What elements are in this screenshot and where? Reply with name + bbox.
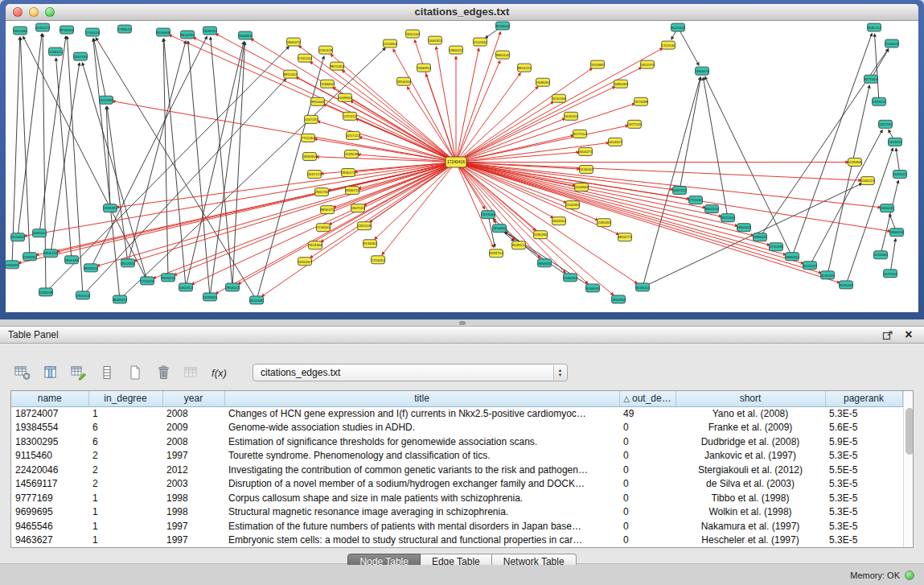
- red-edge[interactable]: [174, 162, 456, 274]
- network-node[interactable]: 9910444: [311, 97, 325, 105]
- cell-out_de[interactable]: 0: [619, 463, 676, 477]
- cell-pagerank[interactable]: 5.9E-5: [825, 435, 902, 449]
- network-node[interactable]: 2612055: [121, 259, 135, 267]
- cell-short[interactable]: Jankovic et al. (1997): [676, 449, 825, 463]
- network-node[interactable]: 8933024: [84, 264, 98, 272]
- cell-out_de[interactable]: 49: [619, 406, 676, 421]
- network-node[interactable]: 1966955: [417, 64, 431, 72]
- network-node[interactable]: 7234561: [317, 224, 331, 232]
- black-edge[interactable]: [680, 77, 701, 191]
- network-node[interactable]: 1960831: [6, 261, 19, 269]
- network-node[interactable]: 1854032: [397, 77, 411, 85]
- red-edge[interactable]: [18, 162, 456, 263]
- network-node[interactable]: 1920118: [358, 222, 372, 230]
- network-node[interactable]: 1186511: [49, 47, 63, 56]
- function-builder-icon[interactable]: f(x): [208, 363, 230, 382]
- network-node[interactable]: 1830902: [303, 152, 317, 160]
- black-edge[interactable]: [164, 39, 186, 287]
- cell-pagerank[interactable]: 5.3E-5: [825, 491, 902, 505]
- network-node[interactable]: 5905133: [44, 249, 58, 257]
- cell-name[interactable]: 18724007: [11, 406, 88, 421]
- network-node[interactable]: 1807533: [351, 204, 365, 212]
- float-panel-icon[interactable]: [881, 328, 895, 341]
- network-node[interactable]: 3220166: [552, 94, 566, 102]
- network-node[interactable]: 1860072: [287, 38, 301, 46]
- black-edge[interactable]: [106, 106, 110, 208]
- cell-out_de[interactable]: 0: [619, 534, 676, 548]
- network-node[interactable]: 1614627: [609, 138, 622, 146]
- cell-title[interactable]: Tourette syndrome. Phenomenology and cla…: [224, 449, 619, 463]
- table-vertical-scrollbar[interactable]: [903, 391, 914, 547]
- network-node[interactable]: 2204963: [575, 183, 589, 192]
- network-node[interactable]: 9549122: [512, 241, 526, 249]
- cell-short[interactable]: Dudbridge et al. (2008): [676, 435, 825, 449]
- network-node[interactable]: 9245012: [636, 283, 650, 291]
- network-node[interactable]: 2112540: [662, 41, 676, 49]
- minimize-button[interactable]: [29, 7, 39, 17]
- table-row[interactable]: 1830029562008Estimation of significance …: [11, 435, 902, 449]
- cell-pagerank[interactable]: 5.6E-5: [825, 421, 902, 435]
- network-node[interactable]: 2260118: [319, 46, 333, 54]
- network-node[interactable]: 7619344: [309, 241, 322, 249]
- cell-in_degree[interactable]: 1: [88, 406, 162, 421]
- cell-in_degree[interactable]: 2: [88, 477, 162, 492]
- black-edge[interactable]: [678, 27, 699, 65]
- cell-year[interactable]: 2009: [162, 421, 224, 435]
- network-node[interactable]: 8730916: [60, 26, 74, 34]
- cell-short[interactable]: Hescheler et al. (1997): [676, 534, 825, 548]
- cell-in_degree[interactable]: 1: [88, 505, 162, 520]
- network-node[interactable]: 7954122: [226, 283, 240, 291]
- import-table-icon[interactable]: [180, 363, 202, 382]
- cell-out_de[interactable]: 0: [619, 435, 676, 449]
- network-node[interactable]: 1755024: [141, 277, 154, 285]
- network-node[interactable]: 8134004: [496, 22, 510, 30]
- network-node[interactable]: 1666202: [564, 274, 577, 282]
- column-header-year[interactable]: year: [162, 391, 224, 406]
- cell-pagerank[interactable]: 5.3E-5: [825, 406, 902, 421]
- red-edge[interactable]: [318, 122, 456, 163]
- dropdown-stepper-icon[interactable]: ▲ ▼: [553, 365, 566, 380]
- cell-in_degree[interactable]: 6: [88, 435, 162, 449]
- black-edge[interactable]: [890, 239, 896, 274]
- network-node[interactable]: 1740124: [86, 28, 100, 36]
- new-file-icon[interactable]: [124, 363, 146, 382]
- network-node[interactable]: 2581022: [33, 229, 47, 237]
- network-node[interactable]: 1275112: [343, 112, 357, 120]
- network-node[interactable]: 9134662: [363, 240, 377, 248]
- cell-name[interactable]: 18300295: [11, 435, 88, 449]
- network-node[interactable]: 9591512: [868, 23, 881, 31]
- black-edge[interactable]: [107, 106, 128, 263]
- cell-short[interactable]: Yano et al. (2008): [676, 406, 825, 421]
- cell-title[interactable]: Corpus callosum shape and size in male p…: [224, 491, 619, 505]
- network-node[interactable]: 1786511: [118, 25, 132, 33]
- black-edge[interactable]: [83, 79, 286, 295]
- black-edge[interactable]: [163, 39, 168, 278]
- cell-name[interactable]: 22420046: [11, 463, 88, 477]
- network-node[interactable]: 1677402: [884, 270, 897, 278]
- cell-title[interactable]: Genome-wide association studies in ADHD.: [224, 421, 619, 435]
- network-node[interactable]: 8871450: [331, 62, 344, 70]
- show-rows-icon[interactable]: [96, 363, 117, 382]
- network-node[interactable]: 2751031: [689, 196, 703, 204]
- network-node[interactable]: 9245033: [821, 271, 835, 279]
- network-node[interactable]: 8614291: [181, 31, 195, 39]
- network-node[interactable]: 1585493: [598, 219, 611, 227]
- red-edge[interactable]: [456, 162, 553, 217]
- network-node[interactable]: 9093752: [490, 249, 503, 257]
- network-node[interactable]: 2620655: [11, 233, 25, 241]
- network-node[interactable]: 1852240: [406, 30, 420, 38]
- cell-short[interactable]: Stergiakouli et al. (2012): [676, 463, 825, 477]
- network-node[interactable]: 1864103: [737, 224, 751, 232]
- network-node[interactable]: 1660245: [881, 204, 894, 212]
- network-node[interactable]: 1860635: [538, 259, 552, 267]
- network-node[interactable]: 4257122: [347, 131, 360, 139]
- table-row[interactable]: 2242004622012Investigating the contribut…: [11, 463, 902, 477]
- cell-name[interactable]: 9699695: [11, 505, 88, 520]
- show-columns-icon[interactable]: [39, 363, 61, 382]
- cell-year[interactable]: 2012: [162, 463, 224, 477]
- network-node[interactable]: 1660322: [429, 36, 442, 44]
- delete-table-icon[interactable]: [152, 363, 174, 382]
- network-node[interactable]: 1604271: [579, 147, 593, 155]
- table-row[interactable]: 977716911998Corpus callosum shape and si…: [11, 491, 902, 505]
- table-row[interactable]: 1456911722003Disruption of a novel membe…: [11, 477, 902, 492]
